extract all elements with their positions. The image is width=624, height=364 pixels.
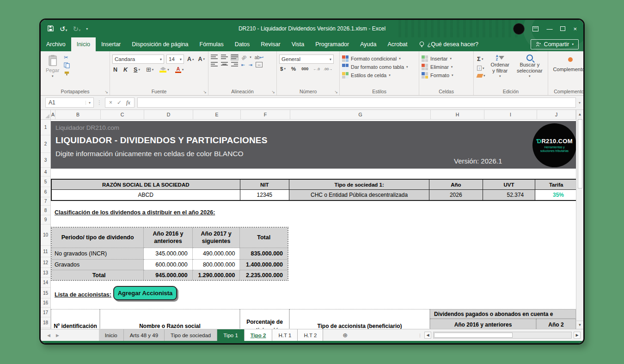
format-painter-icon[interactable] [64, 71, 70, 78]
expand-formula-bar-icon[interactable]: ▾ [579, 101, 581, 105]
enter-icon[interactable]: ✓ [117, 99, 122, 106]
tab-acrobat[interactable]: Acrobat [382, 37, 413, 51]
new-sheet-icon[interactable]: ⊕ [343, 329, 348, 341]
undo-icon[interactable]: ↺▾ [60, 25, 67, 32]
horizontal-scrollbar[interactable]: ⋮ ◀ ▶ [418, 329, 583, 341]
tab-revisar[interactable]: Revisar [255, 37, 286, 51]
value-cell[interactable]: 600.000.000 [144, 260, 193, 270]
tab-inicio[interactable]: Inicio [71, 37, 96, 51]
row-header[interactable]: 14 [41, 278, 50, 288]
col-header-e[interactable]: E [193, 110, 241, 119]
align-right-icon[interactable] [231, 62, 238, 67]
col-header-b[interactable]: B [55, 110, 101, 119]
restore-button[interactable] [560, 26, 565, 31]
sheet-tab-ht-2[interactable]: H.T 2 [298, 329, 323, 341]
redo-icon[interactable]: ↻▾ [73, 25, 81, 32]
customize-qat-icon[interactable]: ▾ [86, 27, 88, 31]
align-middle-icon[interactable] [221, 55, 228, 60]
row-header[interactable]: 11 [41, 246, 50, 257]
format-cells-button[interactable]: Formato▾ [422, 72, 453, 79]
number-dialog-launcher[interactable]: ↘ [335, 90, 338, 94]
clipboard-dialog-launcher[interactable]: ↘ [104, 90, 108, 94]
minimize-button[interactable]: — [546, 26, 552, 32]
close-button[interactable]: × [573, 26, 577, 32]
value-cell[interactable]: 490.000.000 [193, 248, 240, 260]
percent-button[interactable]: % [290, 66, 297, 72]
row-header[interactable]: 9 [41, 215, 50, 224]
comma-style-button[interactable]: 000 [300, 66, 309, 72]
scroll-up-icon[interactable]: ▲ [578, 110, 582, 118]
autosum-button[interactable]: Σ▾ [476, 55, 486, 63]
paste-button[interactable]: Pegar ▾ [43, 54, 62, 87]
increase-indent-icon[interactable]: ⇥ [248, 62, 252, 67]
sheet-tab-inicio[interactable]: Inicio [99, 329, 124, 341]
borders-button[interactable]: ⊞▾ [145, 66, 154, 73]
currency-button[interactable]: $▾ [279, 66, 287, 72]
scroll-left-icon[interactable]: ◀ [424, 332, 431, 339]
col-header-i[interactable]: I [484, 110, 537, 119]
row-header[interactable]: 12 [41, 257, 50, 268]
sheet-tab-tipo-de-sociedad[interactable]: Tipo de sociedad [165, 329, 217, 341]
row-header[interactable]: 2 [41, 135, 50, 153]
razon-social-cell[interactable]: ABCD [52, 190, 240, 200]
row-header[interactable]: 15 [41, 288, 50, 298]
col-header-h[interactable]: H [431, 110, 484, 119]
col-header-g[interactable]: G [290, 110, 431, 119]
format-as-table-button[interactable]: Dar formato como tabla▾ [342, 64, 408, 70]
row-header[interactable]: 17 [41, 308, 50, 317]
fill-button[interactable]: ↓▾ [476, 65, 486, 71]
align-left-icon[interactable] [211, 62, 218, 67]
underline-button[interactable]: S▾ [133, 66, 141, 73]
insert-cells-button[interactable]: Insertar▾ [422, 55, 453, 62]
copy-icon[interactable] [64, 62, 70, 69]
horizontal-scroll-track[interactable] [433, 332, 572, 339]
next-sheet-icon[interactable]: ▶ [56, 333, 59, 338]
align-bottom-icon[interactable] [231, 55, 238, 60]
addins-button[interactable]: Complementos [551, 54, 585, 87]
italic-button[interactable]: K [122, 66, 128, 73]
tab-programador[interactable]: Programador [310, 37, 355, 51]
tab-vista[interactable]: Vista [286, 37, 310, 51]
name-box[interactable]: A1▾ [45, 97, 94, 108]
row-header[interactable]: 6 [41, 187, 50, 197]
value-cell[interactable]: 800.000.000 [193, 260, 240, 270]
shrink-font-button[interactable]: A▾ [197, 55, 206, 63]
sheet-tab-ht-1[interactable]: H.T 1 [272, 329, 298, 341]
number-format-select[interactable]: General▾ [279, 55, 334, 64]
decrease-indent-icon[interactable]: ⇤ [241, 62, 245, 67]
add-shareholder-button[interactable]: Agregar Accionista [113, 286, 177, 300]
tab-insertar[interactable]: Insertar [96, 37, 126, 51]
sort-filter-button[interactable]: AZ Ordenar y filtrar ▾ [488, 54, 512, 87]
row-header[interactable]: 5 [41, 176, 50, 187]
formula-input[interactable] [137, 97, 576, 108]
merge-center-icon[interactable]: ⇔ [256, 62, 263, 67]
alignment-dialog-launcher[interactable]: ↘ [272, 90, 275, 94]
align-top-icon[interactable] [211, 55, 218, 60]
tab-datos[interactable]: Datos [229, 37, 256, 51]
decrease-decimal-icon[interactable]: .00→ [324, 67, 332, 71]
row-header[interactable]: 8 [41, 206, 50, 215]
font-color-button[interactable]: A▾ [174, 66, 185, 73]
font-dialog-launcher[interactable]: ↘ [203, 90, 207, 94]
row-header[interactable]: 1 [41, 120, 50, 135]
tab-ayuda[interactable]: Ayuda [355, 37, 382, 51]
scroll-down-icon[interactable]: ▼ [576, 321, 583, 329]
font-size-select[interactable]: 14▾ [166, 55, 184, 64]
row-header[interactable]: 13 [41, 268, 50, 278]
fill-color-button[interactable]: ▾ [159, 67, 170, 73]
delete-cells-button[interactable]: Eliminar▾ [422, 64, 453, 70]
row-header[interactable]: 3 [41, 153, 50, 168]
select-all-corner[interactable] [41, 110, 51, 119]
save-icon[interactable] [47, 25, 54, 33]
col-header-d[interactable]: D [144, 110, 193, 119]
row-header[interactable]: 16 [41, 298, 50, 308]
clear-button[interactable]: ▾ [476, 73, 486, 78]
orientation-button[interactable]: ab [240, 54, 248, 61]
vertical-scrollbar[interactable]: ▲ ▼ [576, 110, 583, 329]
tab-formulas[interactable]: Fórmulas [194, 37, 229, 51]
tipo-sociedad-cell[interactable]: CHC o Entidad Pública descentralizada [289, 190, 429, 200]
align-center-icon[interactable] [221, 62, 228, 67]
wrap-text-button[interactable]: ab↩ [255, 55, 264, 60]
col-header-j[interactable]: J [537, 110, 576, 119]
row-header[interactable]: 4 [41, 168, 50, 176]
